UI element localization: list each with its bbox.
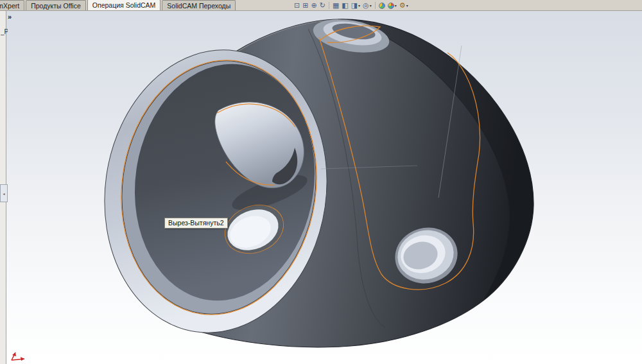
dropdown-caret-icon[interactable]: ▾ [370,3,372,8]
dropdown-caret-icon[interactable]: ▾ [358,3,360,8]
zoom-to-fit-icon[interactable]: ⊡ [294,1,300,10]
display-style-icon[interactable]: ◨ ▾ [351,1,360,10]
appearance-ball-icon [388,3,394,9]
panel-partial-label: _Pr [1,28,8,35]
hide-show-items-icon[interactable]: ◎ ▾ [363,1,372,10]
dropdown-caret-icon[interactable]: ▾ [395,3,397,8]
apply-scene-icon[interactable] [379,3,385,9]
view-toolbar: ⊡ ⊞ ⊕ ↻ ▦ ◧ ◨ ▾ ◎ ▾ ▾ ⚙ ▾ [294,0,408,11]
panel-scroll-grip[interactable]: ◂ [0,184,8,202]
view-settings-icon[interactable]: ⚙ ▾ [399,1,408,10]
command-tabs: imXpert Продукты Office Операция SolidCA… [0,0,237,10]
view-orientation-icon[interactable]: ▦ [333,1,339,10]
tab-solidcam-transitions[interactable]: SolidCAM Переходы [162,0,236,10]
tab-imxpert[interactable]: imXpert [0,0,24,10]
edit-appearance-icon[interactable]: ▾ [388,3,397,9]
zoom-in-out-icon[interactable]: ⊕ [311,1,317,10]
tab-office-products[interactable]: Продукты Office [26,0,86,10]
zoom-to-area-icon[interactable]: ⊞ [302,1,308,10]
toolbar-separator [329,2,329,9]
dropdown-caret-icon[interactable]: ▾ [406,3,408,8]
feature-tooltip: Вырез-Вытянуть2 [164,218,228,229]
origin-triad-icon [9,350,31,363]
toolbar-separator [375,2,376,9]
section-view-icon[interactable]: ◧ [342,1,348,10]
rotate-view-icon[interactable]: ↻ [320,1,325,10]
panel-expand-chevron-icon[interactable]: » [8,13,12,21]
scene-ball-icon [379,3,385,9]
tab-solidcam-operation[interactable]: Операция SolidCAM [87,0,161,10]
model-viewport-canvas[interactable] [0,0,642,364]
application-window: { "tab_bar": { "tabs": [ { "label": "imX… [0,0,642,364]
